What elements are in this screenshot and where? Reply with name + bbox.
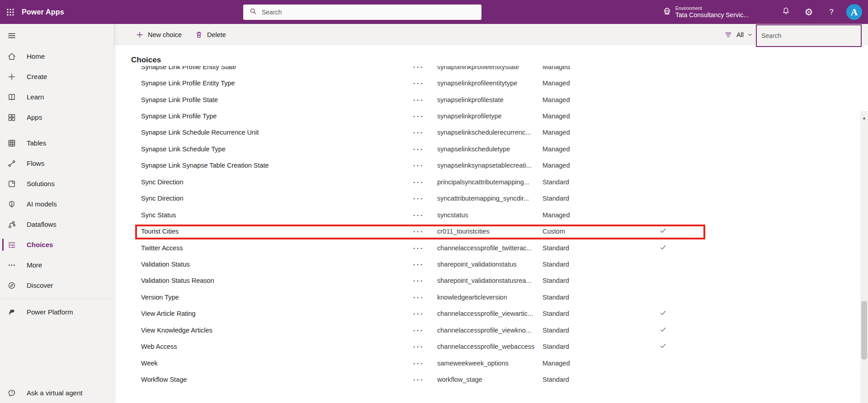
global-search[interactable]	[243, 5, 481, 20]
sidebar-item-ai-models[interactable]: AI models	[0, 194, 113, 214]
new-choice-button[interactable]: New choice	[132, 27, 185, 42]
row-ellipsis-icon[interactable]: ···	[410, 359, 428, 367]
sidebar-item-tables[interactable]: Tables	[0, 133, 113, 153]
notifications-button[interactable]	[776, 0, 796, 24]
table-row-sync-direction[interactable]: Sync Direction···syncattributemapping_sy…	[114, 190, 860, 206]
table-row-validation-status[interactable]: Validation Status···sharepoint_validatio…	[114, 256, 860, 272]
row-ellipsis-icon[interactable]: ···	[410, 162, 428, 169]
table-row-twitter-access[interactable]: Twitter Access···channelaccessprofile_tw…	[114, 239, 860, 256]
apps-icon	[7, 113, 16, 122]
sidebar-item-more[interactable]: More	[0, 255, 113, 275]
waffle-menu-icon[interactable]	[0, 0, 21, 24]
row-ellipsis-icon[interactable]: ···	[410, 244, 428, 252]
scroll-up-icon[interactable]: ▲	[860, 116, 868, 120]
row-ellipsis-icon[interactable]: ···	[410, 293, 428, 301]
avatar[interactable]: A	[846, 4, 862, 20]
book-icon	[7, 93, 16, 102]
choices-grid: Synapse Link Profile Entity State···syna…	[114, 66, 860, 403]
choice-name: Synapse Link Schedule Type	[141, 145, 226, 153]
scrollbar-thumb[interactable]	[861, 301, 867, 360]
row-ellipsis-icon[interactable]: ···	[410, 376, 428, 384]
row-ellipsis-icon[interactable]: ···	[410, 277, 428, 285]
choice-internal-name: synapselinksynapsetablecreati...	[437, 162, 532, 169]
help-button[interactable]: ?	[821, 0, 841, 24]
delete-button[interactable]: Delete	[191, 27, 230, 42]
table-row-sync-direction[interactable]: Sync Direction···principalsyncattributem…	[114, 174, 860, 190]
chevron-down-icon	[747, 32, 753, 38]
choice-name: Workflow Stage	[141, 376, 187, 383]
choice-internal-name: syncstatus	[437, 211, 468, 219]
table-row-synapse-link-profile-entity-state-clipped[interactable]: Synapse Link Profile Entity State···syna…	[114, 66, 860, 75]
row-ellipsis-icon[interactable]: ···	[410, 211, 428, 219]
choice-internal-name: synapselinkprofilestate	[437, 96, 504, 103]
table-row-synapse-link-profile-entity-type[interactable]: Synapse Link Profile Entity Type···synap…	[114, 75, 860, 91]
table-row-synapse-link-synapse-table-creation-state[interactable]: Synapse Link Synapse Table Creation Stat…	[114, 157, 860, 173]
choice-type: Managed	[542, 66, 570, 70]
sidebar-item-home[interactable]: Home	[0, 46, 113, 66]
row-ellipsis-icon[interactable]: ···	[410, 80, 428, 87]
table-row-version-type[interactable]: Version Type···knowledgearticleversionSt…	[114, 289, 860, 305]
row-ellipsis-icon[interactable]: ···	[410, 343, 428, 351]
sidebar-item-learn[interactable]: Learn	[0, 87, 113, 107]
table-row-validation-status-reason[interactable]: Validation Status Reason···sharepoint_va…	[114, 272, 860, 289]
row-ellipsis-icon[interactable]: ···	[410, 260, 428, 268]
table-row-web-access[interactable]: Web Access···channelaccessprofile_webacc…	[114, 338, 860, 355]
hamburger-menu-icon[interactable]	[3, 27, 21, 45]
row-ellipsis-icon[interactable]: ···	[410, 96, 428, 103]
choice-internal-name: channelaccessprofile_viewartic...	[437, 310, 533, 317]
sidebar-item-power-platform[interactable]: Power Platform	[0, 302, 113, 322]
choice-name: Sync Direction	[141, 195, 183, 202]
choice-type: Managed	[542, 80, 570, 87]
sidebar-item-solutions[interactable]: Solutions	[0, 173, 113, 194]
choice-internal-name: channelaccessprofile_webaccess	[437, 343, 534, 350]
row-ellipsis-icon[interactable]: ···	[410, 326, 428, 334]
choice-internal-name: sharepoint_validationstatus	[437, 261, 517, 268]
sidebar-item-label: Power Platform	[27, 308, 73, 316]
sidebar-item-flows[interactable]: Flows	[0, 153, 113, 173]
delete-label: Delete	[207, 31, 226, 38]
table-row-synapse-link-profile-type[interactable]: Synapse Link Profile Type···synapselinkp…	[114, 108, 860, 124]
sidebar-item-create[interactable]: Create	[0, 66, 113, 87]
table-row-synapse-link-profile-state[interactable]: Synapse Link Profile State···synapselink…	[114, 91, 860, 108]
table-row-synapse-link-schedule-type[interactable]: Synapse Link Schedule Type···synapselink…	[114, 141, 860, 157]
sidebar-group-gap	[0, 127, 113, 133]
choice-name: Version Type	[141, 294, 179, 301]
table-row-week[interactable]: Week···sameweekweek_optionsManaged	[114, 355, 860, 371]
grid-search-input[interactable]	[757, 25, 861, 46]
table-row-view-knowledge-articles[interactable]: View Knowledge Articles···channelaccessp…	[114, 322, 860, 338]
filter-dropdown[interactable]: All	[724, 24, 753, 45]
table-row-synapse-link-schedule-recurrence-unit[interactable]: Synapse Link Schedule Recurrence Unit···…	[114, 124, 860, 141]
table-row-sync-status[interactable]: Sync Status···syncstatusManaged	[114, 206, 860, 223]
settings-button[interactable]: ⚙	[799, 0, 819, 24]
global-search-input[interactable]	[262, 9, 461, 16]
row-ellipsis-icon[interactable]: ···	[410, 66, 428, 70]
sidebar-item-discover[interactable]: Discover	[0, 275, 113, 295]
sidebar-item-dataflows[interactable]: Dataflows	[0, 214, 113, 234]
choice-name: Week	[141, 360, 158, 367]
table-row-tourist-cities[interactable]: Tourist Cities···cr011_touristcitiesCust…	[114, 223, 860, 239]
row-ellipsis-icon[interactable]: ···	[410, 112, 428, 120]
row-ellipsis-icon[interactable]: ···	[410, 129, 428, 136]
row-ellipsis-icon[interactable]: ···	[410, 178, 428, 186]
sidebar-item-ask-a-virtual-agent[interactable]: ?Ask a virtual agent	[0, 383, 113, 403]
vertical-scrollbar[interactable]: ▲	[860, 111, 868, 403]
row-ellipsis-icon[interactable]: ···	[410, 228, 428, 235]
plus-icon	[136, 31, 144, 39]
choice-type: Custom	[542, 228, 565, 235]
table-row-workflow-stage[interactable]: Workflow Stage···workflow_stageStandard	[114, 371, 860, 388]
bell-icon	[782, 7, 790, 17]
table-row-view-article-rating[interactable]: View Article Rating···channelaccessprofi…	[114, 305, 860, 322]
search-icon	[249, 7, 257, 17]
environment-picker[interactable]: Environment Tata Consultancy Servic...	[663, 0, 749, 24]
svg-text:?: ?	[11, 390, 13, 395]
app-title: Power Apps	[22, 0, 64, 24]
sidebar-item-choices[interactable]: Choices	[0, 234, 113, 255]
row-ellipsis-icon[interactable]: ···	[410, 310, 428, 318]
row-ellipsis-icon[interactable]: ···	[410, 145, 428, 153]
sidebar-item-apps[interactable]: Apps	[0, 107, 113, 127]
choice-name: View Article Rating	[141, 310, 196, 317]
row-ellipsis-icon[interactable]: ···	[410, 195, 428, 202]
sidebar-item-label: Discover	[27, 281, 53, 289]
grid-search-box[interactable]	[756, 24, 862, 47]
sidebar-footer: Power Platform	[0, 302, 113, 322]
